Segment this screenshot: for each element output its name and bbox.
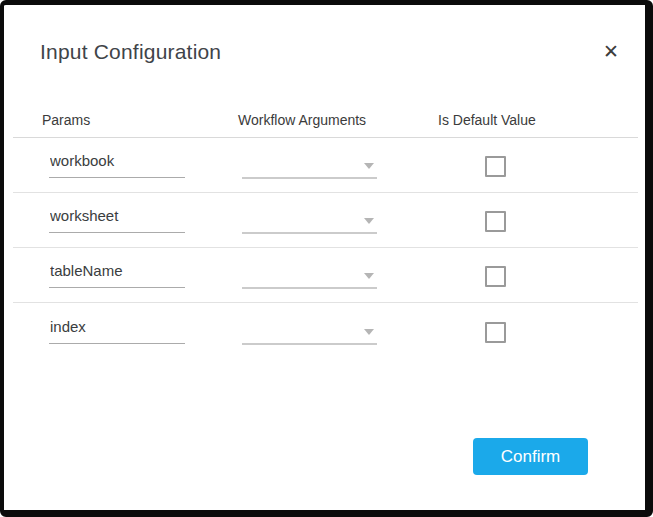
param-input[interactable] xyxy=(49,262,185,288)
param-cell xyxy=(13,152,238,178)
is-default-checkbox[interactable] xyxy=(485,266,506,287)
params-table: Params Workflow Arguments Is Default Val… xyxy=(13,103,638,358)
is-default-checkbox[interactable] xyxy=(485,156,506,177)
table-row xyxy=(13,193,638,248)
workflow-argument-cell xyxy=(238,317,425,345)
is-default-cell xyxy=(425,149,638,181)
input-configuration-dialog: Input Configuration ✕ Params Workflow Ar… xyxy=(0,0,653,517)
workflow-argument-cell xyxy=(238,261,425,289)
dialog-header: Input Configuration ✕ xyxy=(4,5,645,65)
table-header-row: Params Workflow Arguments Is Default Val… xyxy=(13,103,638,138)
chevron-down-icon xyxy=(364,329,374,335)
param-input[interactable] xyxy=(49,207,185,233)
workflow-argument-select[interactable] xyxy=(242,317,377,345)
table-row xyxy=(13,303,638,358)
table-row xyxy=(13,138,638,193)
is-default-cell xyxy=(425,259,638,291)
column-header-workflow-arguments: Workflow Arguments xyxy=(238,112,425,128)
workflow-argument-select[interactable] xyxy=(242,151,377,179)
param-input[interactable] xyxy=(49,318,185,344)
column-header-is-default-value: Is Default Value xyxy=(425,112,638,128)
workflow-argument-cell xyxy=(238,206,425,234)
chevron-down-icon xyxy=(364,218,374,224)
workflow-argument-select[interactable] xyxy=(242,206,377,234)
chevron-down-icon xyxy=(364,163,374,169)
is-default-cell xyxy=(425,315,638,347)
column-header-params: Params xyxy=(13,112,238,128)
param-input[interactable] xyxy=(49,152,185,178)
param-cell xyxy=(13,262,238,288)
param-cell xyxy=(13,318,238,344)
workflow-argument-cell xyxy=(238,151,425,179)
chevron-down-icon xyxy=(364,273,374,279)
param-cell xyxy=(13,207,238,233)
close-icon[interactable]: ✕ xyxy=(603,39,619,65)
confirm-button[interactable]: Confirm xyxy=(473,438,588,475)
workflow-argument-select[interactable] xyxy=(242,261,377,289)
is-default-cell xyxy=(425,204,638,236)
is-default-checkbox[interactable] xyxy=(485,211,506,232)
page-title: Input Configuration xyxy=(40,39,221,65)
table-row xyxy=(13,248,638,303)
is-default-checkbox[interactable] xyxy=(485,322,506,343)
